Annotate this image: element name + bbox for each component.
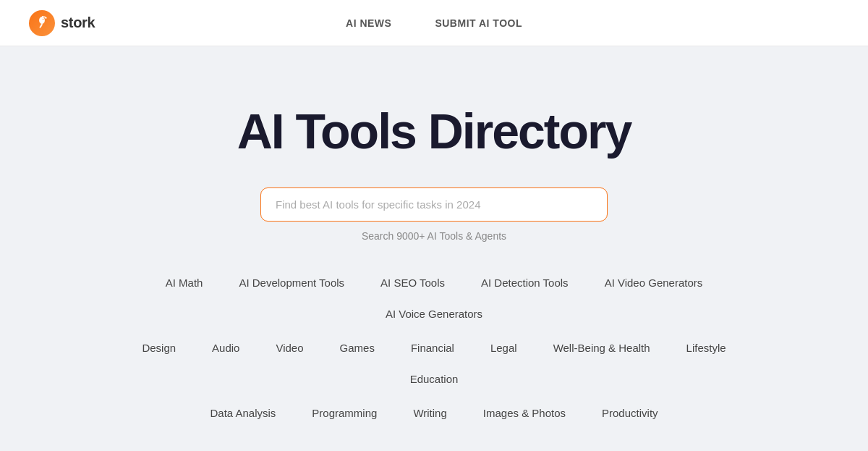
logo-text: stork [61, 14, 95, 31]
cat-writing[interactable]: Writing [399, 401, 461, 425]
logo[interactable]: stork [29, 10, 95, 36]
cat-design[interactable]: Design [127, 336, 190, 360]
cat-ai-math[interactable]: AI Math [151, 271, 218, 295]
cat-images-photos[interactable]: Images & Photos [469, 401, 580, 425]
cat-ai-voice-generators[interactable]: AI Voice Generators [371, 302, 497, 326]
categories-container: AI Math AI Development Tools AI SEO Tool… [109, 271, 760, 425]
hero-section: AI Tools Directory Search 9000+ AI Tools… [0, 46, 868, 451]
cat-games[interactable]: Games [326, 336, 389, 360]
cat-audio[interactable]: Audio [197, 336, 254, 360]
cat-programming[interactable]: Programming [297, 401, 391, 425]
nav-ai-news[interactable]: AI NEWS [346, 17, 391, 29]
cat-productivity[interactable]: Productivity [587, 401, 673, 425]
hero-title: AI Tools Directory [237, 104, 631, 159]
cat-data-analysis[interactable]: Data Analysis [195, 401, 290, 425]
search-subtitle: Search 9000+ AI Tools & Agents [362, 230, 506, 242]
cat-legal[interactable]: Legal [476, 336, 532, 360]
svg-point-1 [43, 18, 43, 19]
cat-ai-seo-tools[interactable]: AI SEO Tools [366, 271, 459, 295]
stork-icon [33, 14, 51, 32]
cat-ai-development-tools[interactable]: AI Development Tools [224, 271, 359, 295]
cat-well-being-health[interactable]: Well-Being & Health [539, 336, 665, 360]
search-input[interactable] [260, 187, 608, 222]
header-nav: AI NEWS SUBMIT AI TOOL [346, 17, 522, 29]
category-row-3: Data Analysis Programming Writing Images… [195, 401, 672, 425]
cat-video[interactable]: Video [261, 336, 318, 360]
cat-ai-detection-tools[interactable]: AI Detection Tools [467, 271, 583, 295]
category-row-2: Design Audio Video Games Financial Legal… [109, 336, 760, 391]
cat-education[interactable]: Education [396, 367, 473, 391]
svg-point-0 [40, 17, 44, 23]
header: stork AI NEWS SUBMIT AI TOOL [0, 0, 868, 46]
logo-icon [29, 10, 55, 36]
search-container [260, 187, 608, 222]
nav-submit-ai-tool[interactable]: SUBMIT AI TOOL [435, 17, 522, 29]
cat-ai-video-generators[interactable]: AI Video Generators [590, 271, 718, 295]
category-row-1: AI Math AI Development Tools AI SEO Tool… [109, 271, 760, 326]
cat-financial[interactable]: Financial [396, 336, 469, 360]
cat-lifestyle[interactable]: Lifestyle [672, 336, 741, 360]
